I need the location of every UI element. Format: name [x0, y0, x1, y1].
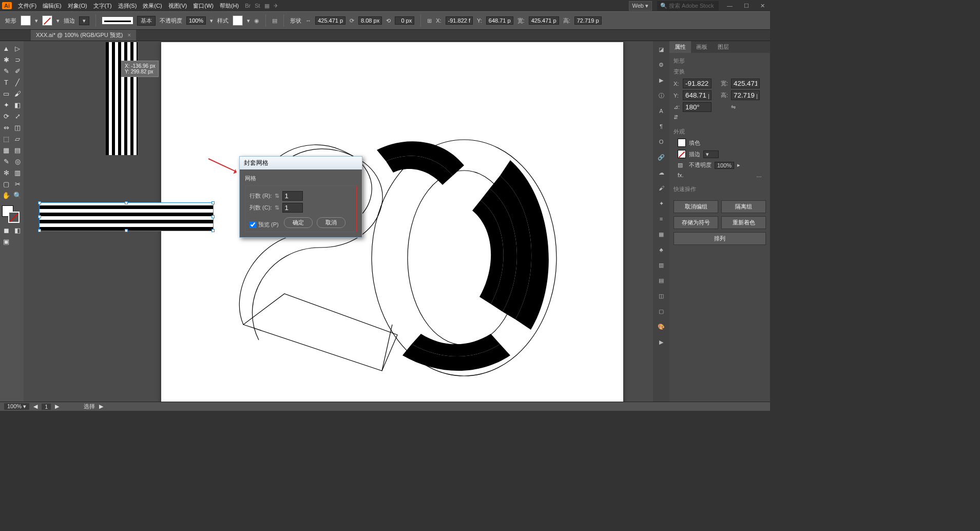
maximize-icon[interactable]: ☐: [741, 3, 752, 9]
flip-v-icon[interactable]: ⇵: [674, 114, 680, 121]
preview-checkbox[interactable]: 预览 (P): [249, 221, 279, 229]
menu-view[interactable]: 视图(V): [168, 2, 187, 10]
eyedropper-tool[interactable]: ✎: [1, 156, 11, 166]
handle-icon[interactable]: [38, 229, 41, 232]
prop-x-input[interactable]: [683, 79, 712, 88]
eraser-tool[interactable]: ◧: [12, 100, 23, 110]
gradient-tool[interactable]: ▤: [12, 145, 23, 155]
fill-stroke-control[interactable]: [1, 204, 21, 224]
ok-button[interactable]: 确定: [284, 217, 313, 228]
tab-close-icon[interactable]: ×: [128, 32, 131, 38]
opacity-value[interactable]: 100%: [715, 162, 734, 169]
slice-tool[interactable]: ✂: [12, 179, 23, 189]
handle-icon[interactable]: [212, 229, 215, 232]
graph-tool[interactable]: ▥: [12, 167, 23, 178]
play-icon[interactable]: ▶: [656, 75, 666, 85]
type-tool[interactable]: T: [1, 77, 11, 87]
cols-input[interactable]: [282, 203, 303, 213]
document-tab[interactable]: XXX.ai* @ 100% (RGB/GPU 预览) ×: [31, 30, 136, 41]
character-icon[interactable]: A: [656, 106, 666, 116]
line-tool[interactable]: ╱: [12, 77, 23, 87]
transform-h[interactable]: 72.719 p: [574, 16, 602, 25]
transform-w[interactable]: 425.471 p: [529, 16, 559, 25]
swatches-icon[interactable]: ▥: [656, 260, 666, 270]
spinner-icon[interactable]: ⇅: [275, 204, 279, 211]
blend-tool[interactable]: ◎: [12, 156, 23, 166]
search-stock[interactable]: 🔍 搜索 Adobe Stock: [657, 1, 719, 11]
menu-file[interactable]: 文件(F): [18, 2, 36, 10]
ungroup-button[interactable]: 取消编组: [674, 200, 718, 213]
gear-icon[interactable]: ⚙: [656, 60, 666, 70]
handle-icon[interactable]: [125, 229, 128, 232]
opentype-icon[interactable]: O: [656, 137, 666, 147]
handle-icon[interactable]: [212, 201, 215, 204]
transform-y[interactable]: 648.71 p: [486, 16, 513, 25]
rows-input[interactable]: [282, 191, 303, 201]
magic-wand-tool[interactable]: ✱: [1, 54, 11, 65]
stroke-weight[interactable]: ▾: [79, 16, 89, 25]
brushes-icon[interactable]: 🖌: [656, 183, 666, 193]
shaper-tool[interactable]: ✦: [1, 100, 11, 110]
scale-tool[interactable]: ⤢: [12, 111, 23, 121]
minimize-icon[interactable]: —: [724, 3, 736, 9]
shape-w[interactable]: 425.471 p: [315, 16, 345, 25]
flip-h-icon[interactable]: ⇋: [731, 104, 766, 110]
save-symbol-button[interactable]: 存储为符号: [674, 216, 718, 229]
mesh-tool[interactable]: ▦: [1, 145, 11, 155]
perspective-tool[interactable]: ▱: [12, 134, 23, 144]
triangle-icon[interactable]: ▶: [656, 337, 666, 347]
menu-edit[interactable]: 编辑(E): [43, 2, 62, 10]
menu-object[interactable]: 对象(O): [68, 2, 87, 10]
send-icon[interactable]: ✈: [274, 3, 278, 9]
color-mode-icon[interactable]: ◼: [1, 225, 11, 235]
zoom-field[interactable]: 100% ▾: [4, 403, 29, 410]
transform-ref-icon[interactable]: ⊞: [427, 17, 432, 24]
hand-tool[interactable]: ✋: [1, 190, 11, 200]
status-play-icon[interactable]: ▶: [99, 403, 103, 410]
tab-layers[interactable]: 图层: [713, 41, 734, 53]
dialog-title[interactable]: 封套网格: [240, 157, 362, 169]
palette-icon[interactable]: 🎨: [656, 321, 666, 332]
link-icon[interactable]: 🔗: [656, 152, 666, 162]
gradient-mode-icon[interactable]: ◧: [12, 225, 23, 235]
rectangle-tool[interactable]: ▭: [1, 88, 11, 99]
menu-type[interactable]: 文字(T): [93, 2, 112, 10]
preview-check-input[interactable]: [249, 221, 256, 228]
rotate-tool[interactable]: ⟳: [1, 111, 11, 121]
prop-h-input[interactable]: [731, 90, 760, 100]
handle-icon[interactable]: [38, 215, 41, 218]
star-icon[interactable]: ✦: [656, 198, 666, 208]
menu-window[interactable]: 窗口(W): [193, 2, 214, 10]
artboard-tool[interactable]: ▢: [1, 179, 11, 189]
free-transform-tool[interactable]: ◫: [12, 122, 23, 132]
zoom-tool[interactable]: 🔍: [12, 190, 23, 200]
stock-icon[interactable]: St: [255, 3, 260, 9]
handle-icon[interactable]: [212, 215, 215, 218]
handle-icon[interactable]: [125, 201, 128, 204]
vertical-stripes-object[interactable]: [106, 42, 138, 155]
list-icon[interactable]: ≡: [656, 214, 666, 224]
paintbrush-tool[interactable]: 🖌: [12, 88, 23, 99]
menu-effect[interactable]: 效果(C): [143, 2, 162, 10]
arrange-button[interactable]: 排列: [674, 232, 766, 245]
cancel-button[interactable]: 取消: [317, 217, 345, 228]
symbol-spray-tool[interactable]: ✻: [1, 167, 11, 178]
align-icon[interactable]: ▤: [656, 275, 666, 286]
nav-prev-icon[interactable]: ◀: [33, 403, 37, 410]
library-icon[interactable]: ☁: [656, 167, 666, 178]
artboards-icon[interactable]: ▢: [656, 306, 666, 316]
properties-icon[interactable]: ◪: [656, 44, 666, 54]
handle-icon[interactable]: [38, 201, 41, 204]
nav-next-icon[interactable]: ▶: [55, 403, 59, 410]
isolate-button[interactable]: 隔离组: [721, 200, 766, 213]
fx-label[interactable]: fx.: [678, 172, 684, 178]
stroke-profile-preview[interactable]: [102, 17, 133, 24]
width-tool[interactable]: ⇔: [1, 122, 11, 132]
shape-rot[interactable]: 0 px: [395, 16, 414, 25]
selected-stripes-object[interactable]: [39, 202, 214, 231]
fill-swatch[interactable]: [21, 15, 31, 26]
prop-angle-input[interactable]: [683, 102, 712, 112]
stroke-swatch[interactable]: [42, 15, 52, 26]
menu-help[interactable]: 帮助(H): [220, 2, 239, 10]
stroke-color-swatch[interactable]: [678, 150, 686, 158]
